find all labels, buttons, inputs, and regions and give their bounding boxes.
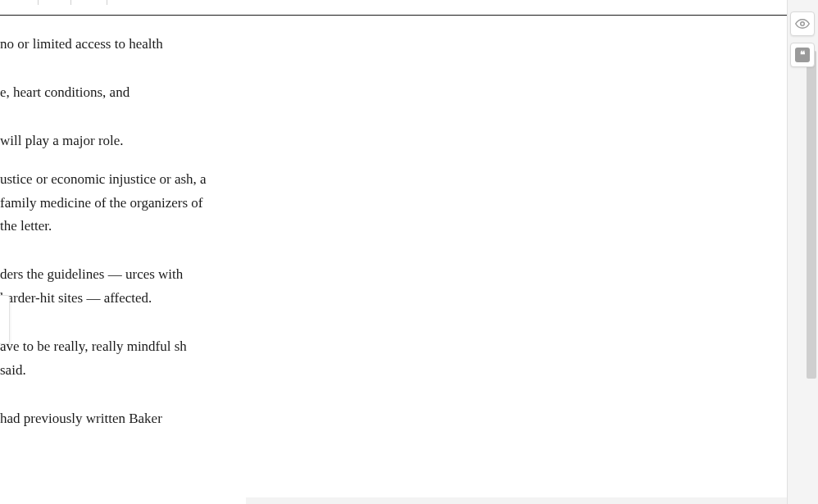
bottom-panel-strip [246, 497, 787, 504]
paragraph: ders the guidelines — urces with harder-… [0, 263, 213, 311]
scrollbar-thumb[interactable] [807, 51, 816, 379]
paragraph: ustice or economic injustice or ash, a f… [0, 168, 213, 239]
paragraph: ave to be really, really mindful sh said… [0, 335, 213, 383]
left-peek-card [0, 295, 10, 344]
article-body: no or limited access to health e, heart … [0, 33, 213, 456]
paragraph: no or limited access to health [0, 33, 213, 57]
eye-icon [795, 16, 810, 31]
paragraph: e, heart conditions, and [0, 81, 213, 105]
quote-icon: ❝ [795, 48, 810, 62]
paragraph: will play a major role. [0, 129, 213, 153]
header-rule [0, 15, 787, 16]
divider [107, 0, 107, 5]
visibility-toggle-button[interactable] [790, 11, 815, 36]
divider [38, 0, 39, 5]
scrollbar-track[interactable] [805, 0, 818, 504]
paragraph: had previously written Baker [0, 407, 213, 431]
top-tab-dividers [0, 0, 111, 5]
quote-button[interactable]: ❝ [790, 43, 815, 67]
svg-point-0 [801, 22, 805, 26]
divider [70, 0, 71, 5]
